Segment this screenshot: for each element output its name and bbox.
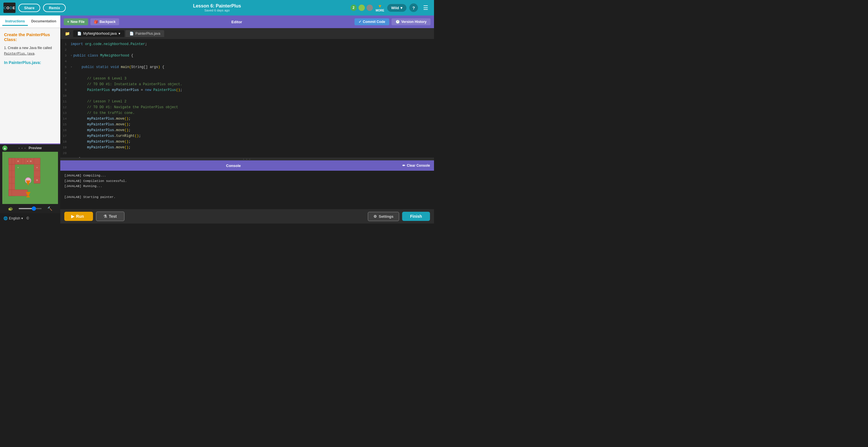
more-chevron-icon: ▼	[378, 4, 382, 9]
remix-button[interactable]: Remix	[43, 4, 66, 12]
share-button[interactable]: Share	[19, 4, 40, 12]
line-num-5: 5	[60, 64, 71, 70]
line-content-11: // Lesson 7 Level 2	[71, 99, 428, 104]
file-tab-icon-2: 📄	[129, 32, 134, 36]
step1-text: 1. Create a new Java file called	[4, 46, 52, 50]
code-line-14: 14 myPainterPlus.move();	[60, 116, 434, 122]
brush-icon: ✏	[402, 163, 405, 167]
svg-rect-5	[15, 164, 34, 190]
code-line-6: 6	[60, 70, 434, 76]
globe-icon: 🌐	[3, 216, 8, 220]
line-num-8: 8	[60, 82, 71, 87]
left-panel: Instructions Documentation Review 🔊 ▶ Cr…	[0, 15, 60, 224]
code-line-16: 16 myPainterPlus.move();	[60, 127, 434, 133]
preview-dots: • • •	[19, 147, 26, 150]
line-num-15: 15	[60, 122, 71, 127]
instructions-content: Create the PainterPlus Class: 1. Create …	[0, 28, 60, 143]
file-tab-icon-1: 📄	[77, 32, 82, 36]
lang-chevron-icon: ▾	[21, 216, 23, 220]
nav-right: 2 ▼ MORE Wild ▾ ? ☰	[350, 3, 431, 12]
fold-arrow-3[interactable]: ▾	[71, 53, 72, 59]
preview-collapse-button[interactable]: ▲	[2, 146, 7, 151]
backpack-label: Backpack	[100, 20, 116, 24]
resize-dots-icon: • • •	[243, 158, 251, 160]
more-label: MORE	[376, 9, 384, 12]
cc-button[interactable]: ©	[26, 216, 29, 220]
version-history-button[interactable]: 🕐 Version History	[392, 19, 431, 25]
action-bar: ▶ Run ⚗ Test ⚙ Settings Finish	[60, 209, 434, 224]
new-file-button[interactable]: + New File	[64, 19, 88, 25]
language-select[interactable]: 🌐 English ▾	[3, 216, 23, 220]
code-line-12: 12 // TO DO #1: Navigate the PainterPlus…	[60, 104, 434, 110]
speed-slider[interactable]	[19, 208, 42, 209]
right-panel: + New File 🎒 Backpack Editor ✓ Commit Co…	[60, 15, 434, 224]
run-button[interactable]: ▶ Run	[64, 212, 93, 221]
fast-icon: 🔨	[48, 206, 52, 211]
line-content-9: PainterPlus myPainterPlus = new PainterP…	[71, 87, 428, 93]
code-line-4: 4	[60, 59, 434, 64]
fold-arrow-5[interactable]: ▾	[71, 64, 72, 70]
play-icon: ▶	[71, 214, 74, 219]
file-tab-name-1: MyNeighborhood.java	[83, 32, 117, 36]
code-line-17: 17 myPainterPlus.turnRight();	[60, 133, 434, 139]
test-label: Test	[109, 214, 117, 219]
new-file-plus-icon: +	[67, 20, 69, 24]
line-content-19: myPainterPlus.move();	[71, 145, 428, 150]
line-num-9: 9	[60, 87, 71, 93]
tab-documentation[interactable]: Documentation	[28, 18, 59, 26]
preview-controls: 🐢 🔨	[0, 204, 60, 213]
console-line-1: [JAVALAB] Compiling...	[64, 173, 430, 179]
code-editor[interactable]: 1 import org.code.neighborhood.Painter; …	[60, 39, 434, 158]
resize-handle[interactable]: • • •	[60, 158, 434, 160]
backpack-button[interactable]: 🎒 Backpack	[90, 19, 119, 25]
line-num-3: 3	[60, 53, 71, 59]
menu-button[interactable]: ☰	[421, 3, 431, 12]
lesson-subtitle: Saved 6 days ago	[193, 9, 241, 12]
editor-header: + New File 🎒 Backpack Editor ✓ Commit Co…	[60, 15, 434, 28]
instructions-text: 1. Create a new Java file called Painter…	[4, 45, 56, 56]
line-num-16: 16	[60, 127, 71, 133]
level-dot-2	[359, 5, 365, 11]
file-tab-painterplus[interactable]: 📄 PainterPlus.java	[125, 30, 164, 37]
svg-point-23	[27, 161, 28, 162]
finish-button[interactable]: Finish	[402, 212, 430, 221]
more-button[interactable]: ▼ MORE	[376, 4, 384, 12]
console-line-5: [JAVALAB] Starting painter.	[64, 194, 430, 200]
run-label: Run	[76, 214, 84, 219]
line-num-7: 7	[60, 76, 71, 82]
svg-point-30	[30, 160, 32, 162]
line-num-2: 2	[60, 47, 71, 53]
file-tab-myneighborhood[interactable]: 📄 MyNeighborhood.java ▾	[73, 30, 124, 37]
instructions-heading: Create the PainterPlus Class:	[4, 32, 56, 42]
wild-button[interactable]: Wild ▾	[387, 4, 406, 12]
line-num-14: 14	[60, 116, 71, 122]
clear-console-label: Clear Console	[407, 163, 430, 167]
svg-rect-28	[26, 196, 30, 197]
line-content-3: public class MyNeighborhood {	[73, 53, 428, 59]
code-line-19: 19 myPainterPlus.move();	[60, 145, 434, 150]
svg-point-24	[36, 167, 38, 168]
backpack-icon: 🎒	[94, 20, 98, 24]
folder-button[interactable]: 📁	[63, 30, 72, 37]
line-content-8: // TO DO #1: Instantiate a PainterPlus o…	[71, 82, 428, 87]
commit-code-button[interactable]: ✓ Commit Code	[354, 19, 389, 25]
wild-chevron-icon: ▾	[400, 6, 402, 10]
line-num-17: 17	[60, 133, 71, 139]
tab-instructions[interactable]: Instructions	[2, 18, 28, 26]
version-label: Version History	[401, 20, 427, 24]
code-line-3: 3 ▾ public class MyNeighborhood {	[60, 53, 434, 59]
help-button[interactable]: ?	[409, 3, 418, 12]
test-button[interactable]: ⚗ Test	[96, 212, 125, 221]
wild-label: Wild	[391, 6, 399, 10]
editor-label: Editor	[121, 20, 352, 24]
line-num-11: 11	[60, 99, 71, 104]
line-content-2	[71, 47, 428, 53]
clear-console-button[interactable]: ✏ Clear Console	[402, 163, 430, 167]
line-num-13: 13	[60, 110, 71, 116]
preview-header: • • • ▲ Preview	[0, 144, 60, 152]
line-content-7: // Lesson 6 Level 3	[71, 76, 428, 82]
game-svg	[2, 152, 58, 204]
settings-button[interactable]: ⚙ Settings	[368, 212, 399, 221]
main-layout: Instructions Documentation Review 🔊 ▶ Cr…	[0, 15, 434, 224]
code-line-1: 1 import org.code.neighborhood.Painter;	[60, 41, 434, 47]
